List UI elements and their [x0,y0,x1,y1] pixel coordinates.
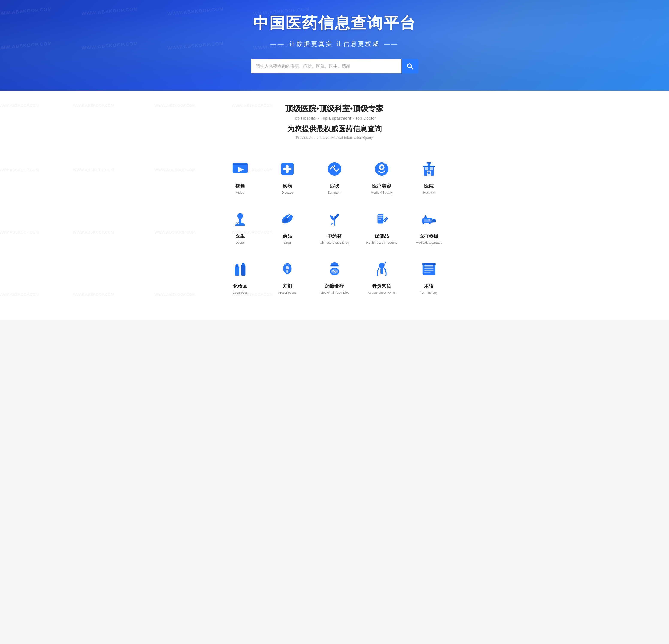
healthcare-label-en: Health Care Products [366,241,397,244]
hospital-label-en: Hospital [423,191,435,194]
cosmetics-icon-box [230,259,250,279]
watermark: WWW.ABSKOOP.COM [73,292,114,297]
watermark: WWW.ABSKOOP.COM [0,230,39,235]
prescriptions-label-zh: 方剂 [283,283,292,289]
svg-rect-34 [378,217,383,218]
hospital-icon-box [419,159,439,179]
category-item-fooddiet[interactable]: 药膳食疗Medicinal Food Diet [311,253,358,303]
svg-rect-49 [242,263,244,264]
watermark: WWW.ABSKOOP.COM [0,168,39,172]
svg-rect-62 [424,272,431,273]
healthcare-label-zh: 保健品 [375,233,389,239]
drug-icon-box [277,209,297,229]
category-item-apparatus[interactable]: 医疗器械Medical Apparatus [405,203,453,253]
content-section: WWW.ABSKOOP.COM WWW.ABSKOOP.COM WWW.ABSK… [0,90,669,320]
video-label-zh: 视频 [236,183,245,189]
symptom-label-en: Symptom [328,191,341,194]
fooddiet-icon-box [325,259,344,279]
terminology-label-en: Terminology [420,291,438,294]
herb-label-en: Chinese Crude Drug [320,241,349,244]
watermark: WWW.ABSKOOP.COM [0,292,39,297]
category-grid: 视频Video 疾病Disease 症状Symptom 医疗美容Medical … [216,153,453,303]
svg-rect-23 [428,171,429,174]
hero-section: WWW.ABSKOOP.COM WWW.ABSKOOP.COM WWW.ABSK… [0,0,669,90]
herb-icon-box [325,209,344,229]
svg-rect-60 [424,268,433,269]
fooddiet-label-en: Medicinal Food Diet [321,291,349,294]
section-subheading-en: Provide Authoritative Medical Informatio… [4,136,665,140]
svg-point-10 [333,165,336,167]
section-heading-zh: 顶级医院•顶级科室•顶级专家 [4,103,665,114]
svg-rect-28 [237,222,238,223]
svg-point-50 [286,266,289,269]
svg-rect-33 [378,215,383,216]
category-item-doctor[interactable]: 医生Doctor [216,203,264,253]
section-subheading-zh: 为您提供最权威医药信息查询 [4,124,665,134]
disease-icon-box [277,159,297,179]
beauty-label-en: Medical Beauty [371,191,393,194]
svg-rect-46 [236,264,238,265]
watermark: WWW.ABSKOOP.COM [73,168,114,172]
beauty-icon-box [372,159,392,179]
category-item-cosmetics[interactable]: 化妆品Cosmetics [216,253,264,303]
doctor-icon-box [230,209,250,229]
svg-rect-58 [423,263,435,275]
apparatus-icon-box [419,209,439,229]
category-item-video[interactable]: 视频Video [216,153,264,203]
svg-rect-35 [378,219,381,220]
drug-label-en: Drug [284,241,291,244]
acupuncture-label-en: Acupuncture Points [368,291,396,294]
category-item-disease[interactable]: 疾病Disease [264,153,311,203]
svg-point-13 [381,166,383,169]
category-item-prescriptions[interactable]: 方剂Prescriptions [264,253,311,303]
svg-rect-64 [422,264,436,265]
watermark: WWW.ABSKOOP.COM [155,230,196,235]
drug-label-zh: 药品 [283,233,292,239]
cosmetics-label-zh: 化妆品 [233,283,247,289]
svg-point-41 [428,219,430,221]
search-bar [251,59,418,73]
hero-title: 中国医药信息查询平台 [4,13,665,33]
watermark: WWW.ABSKOOP.COM [155,292,196,297]
herb-label-zh: 中药材 [327,233,342,239]
svg-line-1 [411,67,413,69]
section-heading-en: Top Hospital • Top Department • Top Doct… [4,116,665,121]
apparatus-label-zh: 医疗器械 [419,233,438,239]
disease-label-zh: 疾病 [283,183,292,189]
svg-rect-5 [233,164,247,165]
svg-rect-47 [241,265,245,276]
symptom-icon-box [325,159,344,179]
category-item-beauty[interactable]: 医疗美容Medical Beauty [358,153,405,203]
svg-rect-25 [239,219,241,223]
svg-rect-56 [381,268,383,274]
beauty-label-zh: 医疗美容 [372,183,391,189]
svg-point-57 [385,262,386,263]
category-item-drug[interactable]: 药品Drug [264,203,311,253]
symptom-label-zh: 症状 [330,183,339,189]
fooddiet-label-zh: 药膳食疗 [325,283,344,289]
terminology-icon-box [419,259,439,279]
acupuncture-label-zh: 针灸穴位 [372,283,391,289]
search-button[interactable] [401,59,418,73]
doctor-label-zh: 医生 [236,233,245,239]
search-input[interactable] [251,59,401,73]
svg-rect-40 [425,215,426,217]
doctor-label-en: Doctor [236,241,245,244]
terminology-label-zh: 术语 [424,283,433,289]
svg-rect-61 [424,270,433,271]
category-item-hospital[interactable]: 医院Hospital [405,153,453,203]
category-item-terminology[interactable]: 术语Terminology [405,253,453,303]
svg-rect-42 [423,223,424,224]
watermark: WWW.ABSKOOP.COM [73,230,114,235]
category-item-herb[interactable]: 中药材Chinese Crude Drug [311,203,358,253]
prescriptions-label-en: Prescriptions [278,291,297,294]
category-item-acupuncture[interactable]: 针灸穴位Acupuncture Points [358,253,405,303]
category-item-healthcare[interactable]: 保健品Health Care Products [358,203,405,253]
disease-label-en: Disease [282,191,293,194]
search-icon [407,63,413,70]
hero-subtitle: 让数据更真实 让信息更权威 [4,40,665,48]
category-item-symptom[interactable]: 症状Symptom [311,153,358,203]
watermark: WWW.ABSKOOP.COM [155,168,196,172]
hero-subtitle-text: 让数据更真实 让信息更权威 [289,40,380,48]
cosmetics-label-en: Cosmetics [232,291,247,294]
